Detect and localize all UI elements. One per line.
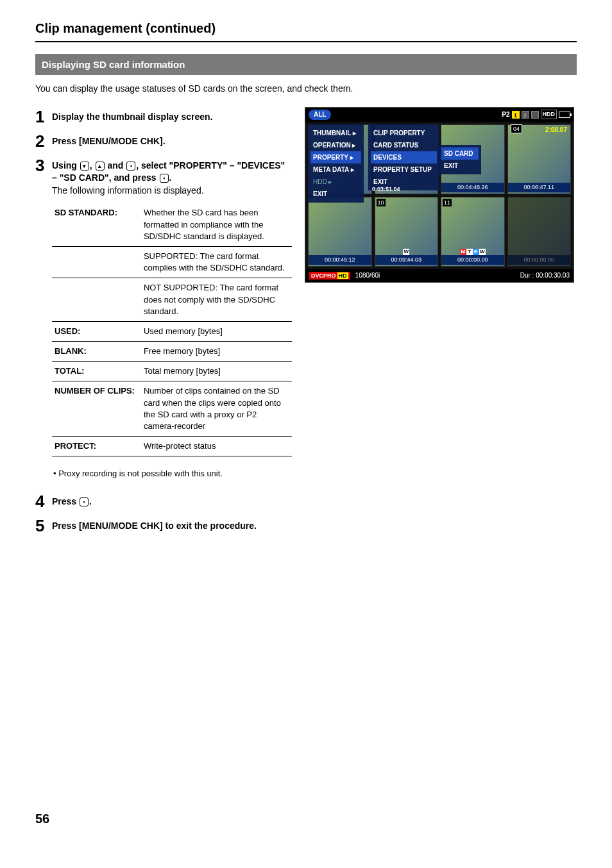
osd-clip-number: 04	[511, 124, 522, 134]
osd-top-bar: ALL P2 1 2 HDD	[305, 108, 574, 122]
thumb-tc: 00:00:00.00	[508, 255, 571, 265]
step-number: 5	[35, 516, 52, 534]
thumb-badges: MTEW	[460, 248, 486, 255]
row-label: PROTECT:	[52, 437, 141, 456]
row-value: Whether the SD card has been formatted i…	[141, 203, 292, 246]
menu-item-exit: EXIT	[310, 188, 361, 200]
osd-bottom-bar: DVCPROHD 1080/60i Dur : 00:00:30.03	[305, 269, 574, 282]
step-number: 3	[35, 156, 52, 174]
slot-1-indicator: 1	[512, 111, 520, 119]
submenu-item-clip-property: CLIP PROPERTY	[371, 127, 437, 139]
thumb-8: 00:00:00.00	[507, 197, 572, 267]
thumb-mid-tc: 0:03:51.04	[372, 185, 400, 194]
thumb-tc: 00:04:48.26	[441, 183, 504, 192]
thumb-5: 00:00:45:12	[308, 197, 372, 267]
menu-item-hdd: HDD ▸	[310, 176, 361, 188]
step-3-text-a: Using	[52, 160, 80, 171]
step-2-text: Press [MENU/MODE CHK].	[52, 136, 166, 146]
enter-key-icon: ▪	[160, 174, 169, 183]
enter-key-icon: ▪	[80, 497, 89, 506]
table-row: TOTAL:Total memory [bytes]	[52, 362, 292, 381]
menu-item-metadata: META DATA ▸	[310, 163, 361, 176]
thumb-tc: 00:06:47.11	[508, 183, 571, 192]
table-row: NOT SUPPORTED: The card format does not …	[52, 278, 292, 322]
menu-item-operation: OPERATION ▸	[310, 139, 361, 151]
left-column: 1 Display the thumbnail display screen. …	[35, 107, 292, 540]
row-label: SD STANDARD:	[52, 203, 141, 246]
row-value: Write-protect status	[141, 437, 292, 456]
format-mode: 1080/60i	[355, 272, 380, 279]
thumb-tc: 00:00:00.00	[441, 255, 504, 265]
step-5-text: Press [MENU/MODE CHK] to exit the proced…	[52, 521, 257, 531]
p2-label: P2	[502, 110, 509, 119]
step-3-text-e: .	[169, 172, 172, 183]
row-label: BLANK:	[52, 342, 141, 362]
enter-key-icon: ▪	[126, 162, 135, 171]
step-3-text-c: and	[105, 160, 126, 171]
row-value: Free memory [bytes]	[141, 342, 292, 362]
menu-item-thumbnail: THUMBNAIL ▸	[310, 127, 361, 139]
step-number: 2	[35, 131, 52, 149]
osd-property-submenu: CLIP PROPERTY CARD STATUS DEVICES PROPER…	[368, 124, 439, 190]
step-2: 2 Press [MENU/MODE CHK].	[35, 131, 292, 149]
row-value: SUPPORTED: The card format complies with…	[141, 246, 292, 278]
step-4: 4 Press ▪.	[35, 492, 292, 510]
step-3-text-b: ,	[90, 160, 95, 171]
slot-2-indicator: 2	[522, 111, 529, 119]
right-column: ALL P2 1 2 HDD 00:04:48.26 00:06:47.11 0…	[305, 107, 577, 540]
step-1-text: Display the thumbnail display screen.	[52, 112, 213, 122]
step-4-text-a: Press	[52, 496, 79, 506]
row-label: NUMBER OF CLIPS:	[52, 381, 141, 437]
battery-icon	[559, 112, 570, 118]
table-row: PROTECT:Write-protect status	[52, 437, 292, 456]
osd-main-menu: THUMBNAIL ▸ OPERATION ▸ PROPERTY ▸ META …	[308, 124, 364, 203]
submenu-item-devices: DEVICES	[371, 151, 437, 163]
intro-text: You can display the usage statuses of SD…	[35, 83, 577, 96]
table-row: USED:Used memory [bytes]	[52, 321, 292, 341]
step-3: 3 Using ▾, ▴ and ▪, select "PROPERTY" – …	[35, 156, 292, 457]
table-row: SUPPORTED: The card format complies with…	[52, 246, 292, 278]
thumb-tc: 00:00:45:12	[309, 255, 371, 265]
thumb-index: 11	[443, 199, 452, 207]
title-rule	[35, 41, 577, 42]
osd-top-timecode: 2:08.07	[545, 126, 567, 135]
table-row: NUMBER OF CLIPS:Number of clips containe…	[52, 381, 292, 437]
thumb-6: 10 W 00:09:44.03	[375, 197, 439, 267]
sd-info-table: SD STANDARD:Whether the SD card has been…	[52, 203, 292, 456]
submenu-item-property-setup: PROPERTY SETUP	[371, 163, 437, 176]
thumb-index: 10	[377, 199, 386, 207]
down-key-icon: ▾	[80, 162, 89, 171]
page-title: Clip management (continued)	[35, 19, 577, 37]
table-row: SD STANDARD:Whether the SD card has been…	[52, 203, 292, 246]
section-heading: Displaying SD card information	[35, 54, 577, 75]
submenu2-item-exit: EXIT	[441, 160, 479, 172]
duration-label: Dur : 00:00:30.03	[520, 271, 570, 280]
submenu2-item-sd-card: SD CARD	[441, 147, 479, 160]
menu-item-property: PROPERTY ▸	[310, 151, 361, 163]
osd-screenshot: ALL P2 1 2 HDD 00:04:48.26 00:06:47.11 0…	[305, 107, 574, 283]
thumb-7: 11 MTEW 00:00:00.00	[441, 197, 505, 267]
table-row: BLANK:Free memory [bytes]	[52, 342, 292, 362]
step-5: 5 Press [MENU/MODE CHK] to exit the proc…	[35, 516, 292, 534]
osd-body: 00:04:48.26 00:06:47.11 00:00:45:12 10 W…	[305, 122, 574, 269]
row-value: NOT SUPPORTED: The card format does not …	[141, 278, 292, 322]
row-value: Number of clips contained on the SD card…	[141, 381, 292, 437]
thumb-tc: 00:09:44.03	[375, 255, 438, 265]
step-4-text-b: .	[89, 496, 92, 506]
step-number: 1	[35, 107, 52, 125]
proxy-note: Proxy recording is not possible with thi…	[53, 468, 292, 480]
thumb-4: 00:06:47.11	[507, 124, 572, 194]
row-value: Used memory [bytes]	[141, 321, 292, 341]
step-3-line2: The following information is displayed.	[52, 185, 204, 196]
format-logo: DVCPROHD	[309, 272, 350, 280]
step-1: 1 Display the thumbnail display screen.	[35, 107, 292, 125]
up-key-icon: ▴	[96, 162, 105, 171]
submenu-item-card-status: CARD STATUS	[371, 139, 437, 151]
row-label: USED:	[52, 321, 141, 341]
row-label: TOTAL:	[52, 362, 141, 381]
osd-devices-submenu: SD CARD EXIT	[439, 145, 481, 174]
thumb-badges: W	[403, 248, 409, 255]
hdd-label: HDD	[541, 110, 557, 119]
page-number: 56	[35, 810, 49, 828]
osd-filter-pill: ALL	[309, 110, 331, 120]
